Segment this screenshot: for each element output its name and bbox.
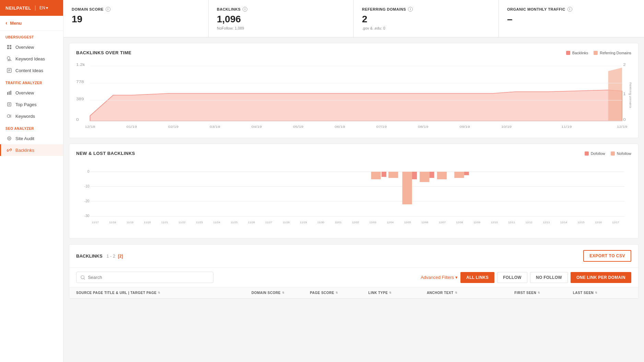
sidebar-item-backlinks[interactable]: Backlinks xyxy=(0,144,63,156)
info-icon-referring-domains[interactable]: i xyxy=(408,7,413,12)
svg-point-30 xyxy=(9,138,10,139)
info-icon-organic-traffic[interactable]: i xyxy=(567,7,572,12)
filter-buttons: Advanced Filters ▾ ALL LINKS FOLLOW NO F… xyxy=(421,272,631,283)
sidebar-item-content-ideas[interactable]: Content Ideas xyxy=(0,65,63,76)
sidebar-section-label-seo-analyzer: SEO ANALYZER xyxy=(0,122,63,133)
svg-point-24 xyxy=(7,115,10,117)
col-header-2[interactable]: PAGE SCORE⇅ xyxy=(310,291,368,295)
svg-text:11/25: 11/25 xyxy=(231,221,238,224)
search-input[interactable] xyxy=(88,275,209,280)
svg-text:12/08: 12/08 xyxy=(456,221,463,224)
svg-text:1: 1 xyxy=(623,92,626,96)
svg-rect-69 xyxy=(402,172,412,204)
stat-card-domain-score: DOMAIN SCORE i 19 xyxy=(63,0,209,37)
sidebar-item-label-top-pages: Top Pages xyxy=(15,102,36,107)
sort-icon-6: ⇅ xyxy=(595,291,598,294)
one-link-per-domain-button[interactable]: ONE LINK PER DOMAIN xyxy=(571,272,631,283)
svg-text:11/17: 11/17 xyxy=(92,221,99,224)
svg-text:11/18: 11/18 xyxy=(109,221,116,224)
info-icon-domain-score[interactable]: i xyxy=(106,7,110,12)
no-follow-button[interactable]: NO FOLLOW xyxy=(530,272,568,283)
new-lost-backlinks-chart: 0 -10 -20 -30 xyxy=(76,161,631,231)
sidebar-item-site-audit[interactable]: Site Audit xyxy=(0,133,63,144)
svg-text:12/02: 12/02 xyxy=(352,221,359,224)
svg-text:389: 389 xyxy=(76,97,84,101)
sidebar-item-overview-ub[interactable]: Overview xyxy=(0,41,63,53)
advanced-filters-button[interactable]: Advanced Filters ▾ xyxy=(421,275,458,280)
chart-icon xyxy=(7,90,12,95)
menu-button[interactable]: ‹ Menu xyxy=(0,16,63,31)
sidebar-item-top-pages[interactable]: Top Pages xyxy=(0,99,63,110)
svg-rect-66 xyxy=(371,172,381,179)
follow-button[interactable]: FOLLOW xyxy=(497,272,527,283)
legend-item-backlinks: Backlinks xyxy=(566,51,588,55)
stat-sub-referring-domains: .gov & .edu: 0 xyxy=(362,26,490,30)
sidebar-item-label-keyword-ideas: Keyword Ideas xyxy=(15,56,45,61)
col-header-0[interactable]: SOURCE PAGE TITLE & URL | TARGET PAGE⇅ xyxy=(76,291,251,295)
sidebar-item-label-keywords: Keywords xyxy=(15,114,35,119)
backlinks-total[interactable]: [2] xyxy=(118,254,123,259)
sidebar-item-keywords[interactable]: Keywords xyxy=(0,110,63,122)
legend-dot xyxy=(566,51,570,55)
sidebar-section-label-traffic-analyzer: TRAFFIC ANALYZER xyxy=(0,76,63,87)
backlinks-range: 1 - 2 xyxy=(106,253,115,259)
search-box[interactable] xyxy=(76,272,213,283)
lang-selector[interactable]: EN ▾ xyxy=(39,5,48,10)
sidebar-item-overview-ta[interactable]: Overview xyxy=(0,87,63,99)
svg-text:1.2k: 1.2k xyxy=(76,63,85,67)
col-header-3[interactable]: LINK TYPE⇅ xyxy=(368,291,427,295)
svg-rect-71 xyxy=(420,172,429,182)
svg-text:11/22: 11/22 xyxy=(178,221,186,224)
stat-label-organic-traffic: ORGANIC MONTHLY TRAFFIC i xyxy=(507,7,636,12)
svg-text:11/26: 11/26 xyxy=(248,221,255,224)
svg-text:0: 0 xyxy=(623,118,626,122)
svg-text:12/18: 12/18 xyxy=(85,125,95,128)
keywords-icon xyxy=(7,113,12,119)
col-header-6[interactable]: LAST SEEN⇅ xyxy=(573,291,631,295)
chevron-left-icon: ‹ xyxy=(5,20,7,26)
svg-rect-67 xyxy=(382,172,386,177)
link-icon xyxy=(7,147,12,153)
legend-item-referring-domains: Referring Domains xyxy=(594,51,631,55)
col-header-5[interactable]: FIRST SEEN⇅ xyxy=(514,291,573,295)
svg-rect-72 xyxy=(429,172,434,178)
svg-text:11/28: 11/28 xyxy=(283,221,290,224)
svg-text:12/12: 12/12 xyxy=(526,221,533,224)
backlinks-table-section: BACKLINKS 1 - 2 [2] EXPORT TO CSV Advanc… xyxy=(69,244,639,299)
backlinks-over-time-legend: BacklinksReferring Domains xyxy=(566,51,631,55)
svg-text:11/20: 11/20 xyxy=(144,221,151,224)
svg-rect-7 xyxy=(7,47,9,49)
legend-dot xyxy=(611,151,615,156)
info-icon-backlinks[interactable]: i xyxy=(243,7,247,12)
filter-row: Advanced Filters ▾ ALL LINKS FOLLOW NO F… xyxy=(69,268,638,287)
sidebar-item-keyword-ideas[interactable]: Keyword Ideas xyxy=(0,53,63,65)
chart-title-new-lost: NEW & LOST BACKLINKS xyxy=(76,151,135,156)
svg-rect-19 xyxy=(10,91,11,95)
svg-text:12/17: 12/17 xyxy=(612,221,619,224)
svg-text:11/27: 11/27 xyxy=(265,221,272,224)
backlinks-title-block: BACKLINKS 1 - 2 [2] xyxy=(76,253,123,259)
sort-icon-1: ⇅ xyxy=(282,291,285,294)
col-header-4[interactable]: ANCHOR TEXT⇅ xyxy=(427,291,514,295)
table-column-headers: SOURCE PAGE TITLE & URL | TARGET PAGE⇅DO… xyxy=(69,287,638,298)
svg-rect-68 xyxy=(388,172,398,178)
svg-rect-18 xyxy=(9,91,10,95)
svg-text:0: 0 xyxy=(87,170,90,173)
sidebar: NEILPATEL | EN ▾ ‹ Menu UBERSUGGESTOverv… xyxy=(0,0,63,362)
svg-text:03/19: 03/19 xyxy=(210,125,220,128)
svg-text:10/19: 10/19 xyxy=(501,125,512,128)
sidebar-section-label-ubersuggest: UBERSUGGEST xyxy=(0,31,63,41)
svg-rect-8 xyxy=(10,47,11,49)
svg-rect-5 xyxy=(7,45,9,47)
export-csv-button[interactable]: EXPORT TO CSV xyxy=(583,250,631,262)
col-header-1[interactable]: DOMAIN SCORE⇅ xyxy=(251,291,310,295)
svg-line-108 xyxy=(84,278,85,279)
svg-text:12/09: 12/09 xyxy=(473,221,481,224)
stat-label-referring-domains: REFERRING DOMAINS i xyxy=(362,7,490,12)
brand-logo: NEILPATEL xyxy=(5,5,31,11)
all-links-button[interactable]: ALL LINKS xyxy=(460,272,494,283)
svg-text:12/06: 12/06 xyxy=(421,221,429,224)
stat-sub-backlinks: NoFollow: 1,089 xyxy=(217,26,345,30)
svg-text:11/19: 11/19 xyxy=(561,125,572,128)
stat-card-organic-traffic: ORGANIC MONTHLY TRAFFIC i – xyxy=(499,0,644,37)
